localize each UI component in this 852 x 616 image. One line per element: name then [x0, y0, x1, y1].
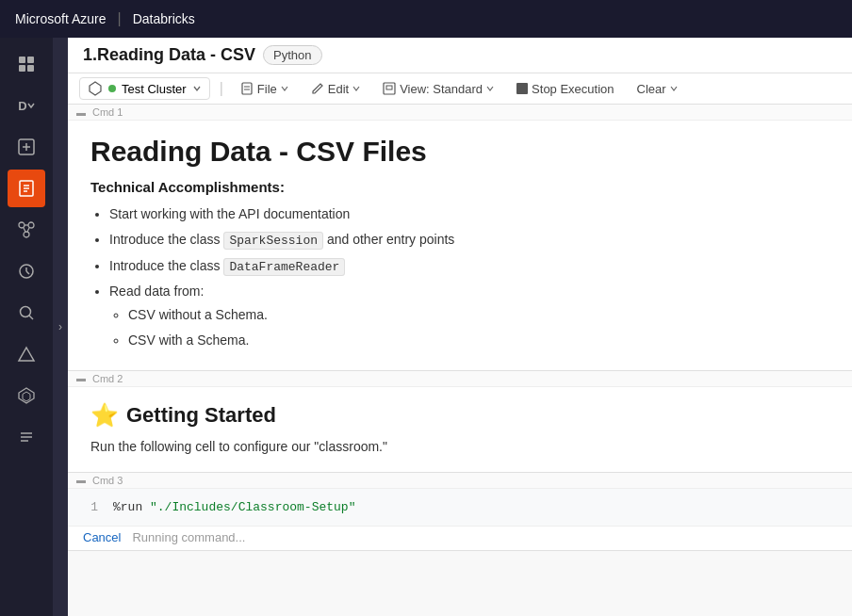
view-icon — [383, 82, 396, 95]
view-btn[interactable]: View: Standard — [375, 79, 501, 99]
svg-rect-33 — [386, 86, 392, 89]
sidebar-item-new[interactable] — [8, 128, 45, 166]
sidebar-item-clusters[interactable] — [8, 377, 45, 414]
brand-label: Microsoft Azure — [15, 11, 106, 26]
content-area: 1.Reading Data - CSV Python Test Cluster… — [68, 38, 852, 616]
code-line-1: 1 %run "./Includes/Classroom-Setup" — [83, 500, 837, 514]
cell-1: ▬ Cmd 1 Reading Data - CSV Files Technic… — [68, 105, 852, 371]
cell-3-header: ▬ Cmd 3 — [68, 473, 852, 489]
sidebar-item-data[interactable]: D — [8, 87, 45, 124]
cluster-status-dot — [108, 85, 116, 92]
svg-line-19 — [26, 271, 29, 274]
svg-rect-29 — [242, 83, 252, 94]
sidebar: D — [0, 38, 53, 616]
edit-icon — [311, 82, 324, 95]
list-item: Start working with the API documentation — [109, 203, 829, 226]
svg-line-21 — [29, 316, 33, 319]
language-badge[interactable]: Python — [263, 45, 321, 65]
cell-3-footer: Cancel Running command... — [68, 526, 852, 550]
toolbar: Test Cluster | File Edit View: Standard — [68, 73, 852, 105]
sidebar-item-history[interactable] — [8, 252, 45, 290]
product-label: Databricks — [133, 11, 195, 26]
running-status: Running command... — [132, 530, 245, 544]
svg-point-13 — [24, 232, 29, 237]
list-item: Read data from: CSV without a Schema. CS… — [109, 280, 829, 353]
clear-btn-label: Clear — [637, 82, 666, 96]
svg-marker-28 — [90, 82, 101, 95]
notebook-title: 1.Reading Data - CSV — [83, 45, 255, 65]
sidebar-item-notebook[interactable] — [8, 170, 45, 207]
line-number: 1 — [83, 500, 98, 514]
cancel-link[interactable]: Cancel — [83, 530, 121, 544]
notebook-header: 1.Reading Data - CSV Python — [68, 38, 852, 73]
file-icon — [240, 82, 254, 95]
svg-rect-0 — [19, 57, 25, 63]
cell-3-cmd-label: Cmd 3 — [92, 475, 123, 486]
stop-btn-label: Stop Execution — [532, 82, 614, 96]
cell-2-body: Run the following cell to configure our … — [90, 436, 829, 457]
cell-1-cmd-label: Cmd 1 — [92, 106, 123, 118]
cluster-icon — [88, 81, 103, 96]
cell-2-cmd-label: Cmd 2 — [92, 373, 123, 384]
cell-1-bullet-list: Start working with the API documentation… — [90, 203, 829, 353]
cell-2-content: ⭐ Getting Started Run the following cell… — [68, 387, 852, 472]
clear-btn[interactable]: Clear — [630, 79, 685, 99]
svg-rect-32 — [384, 83, 395, 94]
inline-code-sparksession: SparkSession — [223, 232, 323, 250]
svg-point-20 — [21, 307, 31, 317]
svg-line-15 — [24, 227, 26, 232]
sidebar-item-list[interactable] — [8, 418, 45, 456]
stop-execution-btn[interactable]: Stop Execution — [509, 79, 621, 99]
main-layout: D — [0, 38, 852, 616]
cell-1-heading: Reading Data - CSV Files — [90, 136, 829, 168]
list-item: CSV without a Schema. — [128, 303, 829, 327]
cluster-name: Test Cluster — [122, 82, 187, 96]
list-item: Introduce the class SparkSession and oth… — [109, 228, 829, 251]
inline-code-dataframereader: DataFrameReader — [223, 258, 345, 276]
cell-1-section-title: Technical Accomplishments: — [90, 179, 829, 195]
cell-1-content: Reading Data - CSV Files Technical Accom… — [68, 121, 852, 370]
nav-divider: | — [117, 10, 121, 27]
view-btn-label: View: Standard — [400, 82, 483, 96]
sidebar-item-search[interactable] — [8, 294, 45, 332]
top-navbar: Microsoft Azure | Databricks — [0, 0, 852, 38]
edit-chevron-icon — [352, 85, 360, 92]
edit-btn-label: Edit — [328, 82, 349, 96]
svg-rect-1 — [27, 57, 34, 63]
stop-icon — [516, 83, 528, 94]
clear-chevron-icon — [670, 85, 678, 92]
cluster-selector[interactable]: Test Cluster — [79, 77, 210, 100]
cell-1-header: ▬ Cmd 1 — [68, 105, 852, 121]
list-item: Introduce the class DataFrameReader — [109, 254, 829, 278]
svg-line-16 — [27, 227, 30, 232]
view-chevron-icon — [486, 85, 494, 92]
chevron-down-icon — [192, 84, 202, 93]
sub-bullet-list: CSV without a Schema. CSV with a Schema. — [109, 303, 829, 352]
sidebar-item-jobs[interactable] — [8, 211, 45, 249]
cells-area: ▬ Cmd 1 Reading Data - CSV Files Technic… — [68, 105, 852, 616]
sidebar-expand-btn[interactable]: › — [53, 38, 68, 616]
cell-2: ▬ Cmd 2 ⭐ Getting Started Run the follow… — [68, 371, 852, 473]
star-icon: ⭐ — [90, 402, 119, 429]
svg-rect-3 — [27, 65, 34, 72]
cell-2-header: ▬ Cmd 2 — [68, 371, 852, 387]
cell-2-collapse-btn[interactable]: ▬ — [75, 373, 87, 384]
cell-1-collapse-btn[interactable]: ▬ — [75, 106, 87, 118]
file-btn-label: File — [257, 82, 277, 96]
code-content: %run "./Includes/Classroom-Setup" — [113, 500, 355, 514]
file-chevron-icon — [281, 85, 288, 92]
file-btn[interactable]: File — [233, 79, 296, 99]
edit-btn[interactable]: Edit — [303, 79, 368, 99]
list-item: CSV with a Schema. — [128, 329, 829, 352]
cell-2-heading: ⭐ Getting Started — [90, 402, 829, 429]
svg-marker-24 — [23, 392, 30, 401]
cell-3: ▬ Cmd 3 1 %run "./Includes/Classroom-Set… — [68, 473, 852, 551]
sidebar-item-workspace[interactable] — [8, 45, 45, 83]
cell-3-collapse-btn[interactable]: ▬ — [75, 475, 87, 486]
svg-rect-2 — [19, 65, 25, 72]
cell-3-code-area[interactable]: 1 %run "./Includes/Classroom-Setup" — [68, 489, 852, 526]
svg-marker-22 — [19, 348, 34, 361]
sidebar-item-delta[interactable] — [8, 335, 45, 373]
